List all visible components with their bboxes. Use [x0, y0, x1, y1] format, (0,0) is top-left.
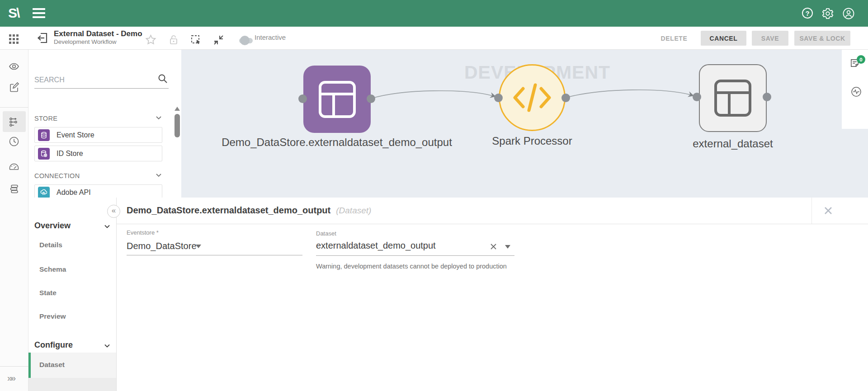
palette-item-label: Adobe API [57, 188, 91, 197]
palette-item-id-store[interactable]: ID Store [34, 146, 162, 161]
panel-header-divider [117, 224, 868, 224]
dataset-underline [316, 255, 514, 256]
dropdown-arrow-icon[interactable] [196, 245, 201, 248]
node-spark-processor[interactable] [499, 64, 566, 131]
selected-indicator-bar [28, 353, 31, 378]
help-icon[interactable]: ? [802, 8, 814, 19]
lock-icon[interactable] [168, 34, 179, 45]
nav-schema[interactable]: Schema [39, 265, 66, 273]
event-store-icon [38, 129, 50, 141]
interactive-toggle-knob[interactable] [240, 36, 250, 45]
workflow-type-icon [36, 32, 49, 44]
header-vertical-divider [811, 198, 812, 224]
eventstore-select[interactable]: Demo_DataStore [127, 241, 197, 251]
panel-title-text: Demo_DataStore.externaldataset_demo_outp… [127, 205, 330, 215]
dataset-table-icon [714, 80, 751, 117]
rail-divider [0, 107, 28, 108]
input-port[interactable] [693, 93, 701, 101]
canvas-side-rail-notch [842, 104, 868, 129]
clear-x-icon[interactable] [490, 243, 497, 250]
palette-item-event-store[interactable]: Event Store [34, 127, 162, 143]
workflow-title: External Dataset - Demo [54, 29, 142, 38]
expand-sidebar-button[interactable]: »» [7, 373, 14, 383]
input-port[interactable] [298, 94, 307, 103]
nav-footer-area [28, 378, 116, 391]
output-port[interactable] [561, 94, 570, 102]
node-label-output: external_dataset [642, 137, 823, 150]
stores-stack-icon[interactable] [9, 184, 19, 194]
app-grid-icon[interactable] [8, 33, 20, 44]
chevron-down-icon[interactable] [103, 342, 111, 350]
preview-eye-icon[interactable] [9, 61, 19, 72]
notes-count-badge: 0 [857, 55, 865, 64]
search-placeholder: SEARCH [34, 76, 65, 84]
chevron-down-icon[interactable] [155, 114, 162, 121]
nav-configure[interactable]: Configure [34, 340, 73, 350]
chevron-down-icon[interactable] [155, 171, 162, 179]
node-external-dataset[interactable] [699, 64, 767, 132]
metrics-gauge-icon[interactable] [9, 161, 19, 172]
config-panel: Overview Details Schema State Preview Co… [28, 198, 868, 391]
chevron-down-icon[interactable] [103, 222, 111, 231]
scrollbar-up-arrow[interactable] [175, 107, 180, 111]
dropdown-arrow-icon[interactable] [505, 245, 510, 249]
dataset-select[interactable]: externaldataset_demo_output [316, 240, 436, 251]
section-header-connection: CONNECTION [34, 172, 80, 179]
section-header-store: STORE [34, 115, 57, 122]
nav-state[interactable]: State [39, 289, 57, 297]
edge-source-to-processor [371, 91, 495, 99]
palette-search-field[interactable]: SEARCH [34, 72, 169, 89]
config-panel-nav: Overview Details Schema State Preview Co… [28, 198, 117, 391]
dataset-label: Dataset [316, 230, 336, 237]
brand-logo: S\ [8, 5, 19, 21]
code-brackets-icon [511, 81, 553, 114]
rail-bottom-divider [0, 366, 28, 367]
app-root: S\ ? External Dataset - Demo Development… [0, 0, 868, 391]
search-icon[interactable] [157, 73, 168, 84]
workflow-toolbar: External Dataset - Demo Development Work… [0, 27, 868, 50]
node-palette-panel: SEARCH STORE Event Store ID Store CONNEC… [28, 50, 181, 198]
save-and-lock-button[interactable]: SAVE & LOCK [794, 31, 850, 46]
nav-details[interactable]: Details [39, 241, 62, 249]
close-panel-icon[interactable] [823, 205, 834, 216]
dataset-warning-text: Warning, development datasets cannot be … [316, 263, 507, 270]
palette-item-label: Event Store [57, 131, 94, 139]
left-icon-rail: »» [0, 50, 28, 391]
output-port[interactable] [367, 94, 375, 103]
node-label-processor: Spark Processor [487, 135, 577, 147]
edit-compose-icon[interactable] [9, 82, 19, 93]
collapse-arrows-icon[interactable] [212, 34, 225, 46]
account-icon[interactable] [843, 8, 854, 19]
palette-item-adobe-api[interactable]: Adobe API [34, 184, 162, 198]
collapse-panel-nav-button[interactable]: « [107, 205, 120, 218]
edge-processor-to-output [566, 90, 693, 98]
pipelines-icon[interactable] [9, 117, 19, 127]
settings-gear-icon[interactable] [822, 8, 834, 19]
eventstore-label: Eventstore * [127, 229, 159, 236]
cancel-button[interactable]: CANCEL [701, 31, 746, 46]
dataset-table-icon [319, 81, 356, 118]
adobe-api-icon [38, 187, 50, 198]
nav-preview[interactable]: Preview [39, 312, 66, 320]
id-store-icon [38, 148, 50, 160]
node-label-source: Demo_DataStore.externaldataset_demo_outp… [210, 136, 463, 149]
history-clock-icon[interactable] [9, 136, 19, 147]
save-button[interactable]: SAVE [752, 31, 788, 46]
nav-overview[interactable]: Overview [34, 221, 71, 231]
palette-item-label: ID Store [57, 150, 83, 158]
delete-button[interactable]: DELETE [655, 31, 693, 46]
activity-pulse-icon[interactable] [851, 86, 862, 97]
panel-title-suffix: (Dataset) [336, 206, 371, 215]
output-port[interactable] [763, 93, 771, 101]
marquee-select-icon[interactable] [190, 34, 202, 46]
panel-title: Demo_DataStore.externaldataset_demo_outp… [127, 205, 371, 216]
scrollbar-thumb[interactable] [175, 114, 180, 137]
hamburger-menu-icon[interactable] [33, 8, 45, 18]
nav-dataset[interactable]: Dataset [39, 361, 65, 369]
favorite-star-icon[interactable] [145, 34, 157, 46]
node-source-dataset[interactable] [303, 66, 371, 133]
top-app-bar: S\ ? [0, 0, 868, 27]
eventstore-underline [127, 255, 302, 255]
workflow-canvas[interactable]: DEVELOPMENT Demo_DataStore.externaldatas… [181, 50, 868, 198]
input-port[interactable] [494, 94, 503, 102]
